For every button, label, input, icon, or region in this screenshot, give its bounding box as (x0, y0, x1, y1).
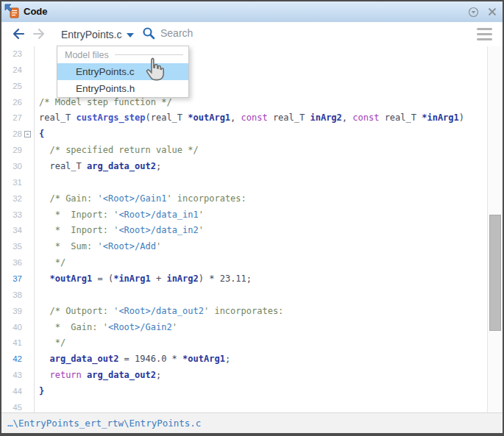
code-line[interactable]: * Inport: '<Root>/data_in1' (35, 207, 487, 224)
code-line[interactable]: real_T arg_data_out2; (35, 159, 487, 175)
code-line[interactable]: { (35, 126, 487, 143)
code-line[interactable]: */ (35, 335, 487, 351)
line-number[interactable]: 45 (1, 400, 34, 412)
code-line[interactable]: real_T custArgs_step(real_T *outArg1, co… (35, 110, 487, 126)
line-number[interactable]: 31 (1, 175, 34, 191)
status-bar: …\EntryPoints_ert_rtw\EntryPoints.c (1, 412, 503, 433)
panel-title: Code (24, 6, 48, 17)
line-number[interactable]: 27 (1, 110, 34, 126)
vertical-scrollbar[interactable] (487, 46, 503, 412)
code-line[interactable]: /* Outport: '<Root>/data_out2' incorpora… (35, 304, 487, 320)
scrollbar-thumb[interactable] (489, 215, 501, 331)
line-number[interactable]: 41 (1, 335, 34, 351)
close-button[interactable] (486, 6, 498, 18)
header-rule (115, 54, 183, 55)
code-line[interactable]: * Sum: '<Root>/Add' (35, 239, 487, 255)
code-editor: 232425262728-293031323334353637383940414… (1, 46, 503, 412)
line-number[interactable]: 25 (1, 79, 34, 95)
line-number[interactable]: 30 (1, 159, 34, 175)
code-line[interactable] (35, 400, 487, 412)
line-number[interactable]: 26 (1, 95, 34, 111)
hamburger-icon (477, 28, 492, 30)
line-number[interactable]: 29 (1, 143, 34, 159)
code-lines: /* Model step function */real_T custArgs… (35, 46, 487, 412)
fold-toggle-icon[interactable]: - (24, 131, 31, 137)
search-box[interactable]: Search (141, 26, 193, 40)
back-button[interactable] (10, 26, 26, 44)
code-panel-window: Code E (0, 0, 504, 436)
code-line[interactable]: /* Gain: '<Root>/Gain1' incorporates: (35, 191, 487, 207)
line-number[interactable]: 43 (1, 368, 34, 384)
code-line[interactable]: /* specified return value */ (35, 143, 487, 159)
file-selector-dropdown[interactable]: EntryPoints.c (55, 25, 140, 43)
code-line[interactable]: * Inport: '<Root>/data_in2' (35, 223, 487, 239)
code-line[interactable] (35, 175, 487, 191)
line-number[interactable]: 36 (1, 255, 34, 271)
code-line[interactable]: return arg_data_out2; (35, 368, 487, 384)
circled-chevron-down-icon (468, 7, 479, 18)
code-file-icon (4, 4, 21, 20)
gutter: 232425262728-293031323334353637383940414… (1, 46, 34, 412)
hand-cursor-icon (144, 57, 166, 81)
line-number[interactable]: 42 (1, 351, 34, 368)
line-number[interactable]: 35 (1, 239, 34, 255)
line-number[interactable]: 44 (1, 384, 34, 400)
line-number[interactable]: 24 (1, 62, 34, 79)
line-number[interactable]: 40 (1, 320, 34, 336)
panel-menu-button[interactable] (467, 6, 479, 18)
forward-button[interactable] (31, 26, 47, 44)
back-arrow-icon (10, 26, 26, 41)
line-number[interactable]: 32 (1, 191, 34, 207)
title-bar: Code (1, 1, 503, 23)
line-number[interactable]: 37 (1, 271, 34, 287)
code-line[interactable]: arg_data_out2 = 1946.0 * *outArg1; (35, 351, 487, 368)
toolbar: EntryPoints.c Search (1, 22, 503, 47)
code-line[interactable]: } (35, 384, 487, 400)
line-number[interactable]: 38 (1, 287, 34, 304)
view-menu-button[interactable] (477, 28, 492, 40)
chevron-down-icon (127, 33, 134, 37)
close-icon (488, 7, 497, 16)
line-number[interactable]: 23 (1, 46, 34, 62)
search-icon (141, 26, 156, 40)
code-line[interactable] (35, 287, 487, 304)
file-dropdown-popup: Model files EntryPoints.cEntryPoints.h (57, 46, 189, 98)
line-number[interactable]: 39 (1, 304, 34, 320)
line-number[interactable]: 28- (1, 126, 34, 143)
line-number[interactable]: 33 (1, 207, 34, 224)
forward-arrow-icon (31, 26, 47, 41)
dropdown-group-header: Model files (57, 46, 188, 63)
code-line[interactable]: */ (35, 255, 487, 271)
code-line[interactable]: *outArg1 = (*inArg1 + inArg2) * 23.11; (35, 271, 487, 287)
line-number[interactable]: 34 (1, 223, 34, 239)
dropdown-items: EntryPoints.cEntryPoints.h (57, 63, 188, 97)
search-input[interactable]: Search (160, 27, 193, 39)
code-line[interactable]: * Gain: '<Root>/Gain2' (35, 320, 487, 336)
file-selector-value: EntryPoints.c (61, 29, 121, 40)
dropdown-item-entrypoints-h[interactable]: EntryPoints.h (57, 80, 188, 97)
file-path: …\EntryPoints_ert_rtw\EntryPoints.c (1, 418, 201, 429)
dropdown-item-entrypoints-c[interactable]: EntryPoints.c (57, 63, 188, 80)
